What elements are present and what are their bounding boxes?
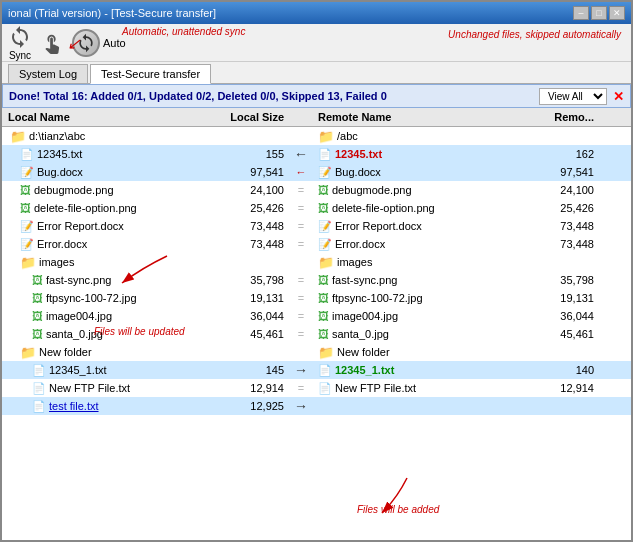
sync-label: Sync (9, 50, 31, 61)
annotation-unchanged: Unchanged files, skipped automatically (448, 29, 621, 40)
remote-size-cell: 19,131 (516, 292, 596, 304)
local-name-cell: 📄12345.txt (6, 148, 206, 161)
remote-size-cell: 73,448 (516, 238, 596, 250)
tab-test-secure[interactable]: Test-Secure transfer (90, 64, 211, 84)
remote-size-cell: 162 (516, 148, 596, 160)
local-size-cell: 97,541 (206, 166, 286, 178)
remote-size-cell: 45,461 (516, 328, 596, 340)
local-name-cell: 📁d:\tianz\abc (6, 129, 206, 144)
table-row: 📄12345.txt155←📄12345.txt162 (2, 145, 631, 163)
table-row: 📝Error Report.docx73,448=📝Error Report.d… (2, 217, 631, 235)
local-name-cell: 📁images (6, 255, 206, 270)
table-row: 📄New FTP File.txt12,914=📄New FTP File.tx… (2, 379, 631, 397)
sync-cell: = (286, 274, 316, 286)
sync-cell: = (286, 202, 316, 214)
table-row: 🖼image004.jpg36,044=🖼image004.jpg36,044 (2, 307, 631, 325)
table-row: 🖼ftpsync-100-72.jpg19,131=🖼ftpsync-100-7… (2, 289, 631, 307)
col-remote-size: Remo... (516, 110, 596, 124)
table-row: 📁New folder📁New folder (2, 343, 631, 361)
remote-name-cell: 📝Error.docx (316, 238, 516, 251)
remote-name-cell: 📄12345.txt (316, 148, 516, 161)
sync-cell: ← (286, 166, 316, 178)
tab-bar: System Log Test-Secure transfer (2, 62, 631, 84)
table-row: 📝Bug.docx97,541←📝Bug.docx97,541 (2, 163, 631, 181)
window-controls: – □ ✕ (573, 6, 625, 20)
col-local-name: Local Name (6, 110, 206, 124)
hand-button[interactable] (40, 31, 64, 55)
local-size-cell: 45,461 (206, 328, 286, 340)
local-name-cell: 📝Error.docx (6, 238, 206, 251)
table-header: Local Name Local Size Remote Name Remo..… (2, 108, 631, 127)
local-size-cell: 12,925 (206, 400, 286, 412)
remote-name-cell: 🖼santa_0.jpg (316, 328, 516, 340)
remote-size-cell: 97,541 (516, 166, 596, 178)
auto-label: Auto (103, 37, 126, 49)
status-close-button[interactable]: ✕ (613, 89, 624, 104)
close-button[interactable]: ✕ (609, 6, 625, 20)
sync-cell: ← (286, 146, 316, 162)
sync-icon (8, 25, 32, 49)
remote-size-cell: 35,798 (516, 274, 596, 286)
local-name-cell: 📁New folder (6, 345, 206, 360)
remote-name-cell: 📁New folder (316, 345, 516, 360)
file-table-area: Files will be updated Files will be adde… (2, 108, 631, 540)
local-size-cell: 145 (206, 364, 286, 376)
table-row: 📄12345_1.txt145→📄12345_1.txt140 (2, 361, 631, 379)
local-size-cell: 36,044 (206, 310, 286, 322)
remote-name-cell: 📄New FTP File.txt (316, 382, 516, 395)
remote-size-cell: 73,448 (516, 220, 596, 232)
local-name-cell: 🖼ftpsync-100-72.jpg (6, 292, 206, 304)
remote-size-cell: 24,100 (516, 184, 596, 196)
hand-icon (40, 31, 64, 55)
local-name-cell: 📝Bug.docx (6, 166, 206, 179)
sync-cell: = (286, 238, 316, 250)
local-size-cell: 73,448 (206, 238, 286, 250)
main-window: ional (Trial version) - [Test-Secure tra… (0, 0, 633, 542)
local-name-cell: 🖼image004.jpg (6, 310, 206, 322)
sync-cell: = (286, 220, 316, 232)
status-text: Done! Total 16: Added 0/1, Updated 0/2, … (9, 90, 387, 102)
sync-cell: = (286, 382, 316, 394)
toolbar: Sync Auto Automatic, unattended sync ↙ (2, 24, 631, 62)
status-bar: Done! Total 16: Added 0/1, Updated 0/2, … (2, 84, 631, 108)
sync-cell: = (286, 310, 316, 322)
sync-cell: → (286, 398, 316, 414)
table-row: 🖼fast-sync.png35,798=🖼fast-sync.png35,79… (2, 271, 631, 289)
remote-size-cell: 36,044 (516, 310, 596, 322)
remote-name-cell: 📁images (316, 255, 516, 270)
local-size-cell: 24,100 (206, 184, 286, 196)
window-title: ional (Trial version) - [Test-Secure tra… (8, 7, 216, 19)
view-all-select[interactable]: View All Added Updated Deleted Skipped F… (539, 88, 607, 105)
remote-size-cell: 12,914 (516, 382, 596, 394)
maximize-button[interactable]: □ (591, 6, 607, 20)
table-row: 🖼santa_0.jpg45,461=🖼santa_0.jpg45,461 (2, 325, 631, 343)
auto-button[interactable]: Auto (72, 29, 126, 57)
table-row: 📄test file.txt12,925→ (2, 397, 631, 415)
local-name-cell: 📄12345_1.txt (6, 364, 206, 377)
local-name-cell: 🖼santa_0.jpg (6, 328, 206, 340)
auto-icon (72, 29, 100, 57)
table-row: 🖼debugmode.png24,100=🖼debugmode.png24,10… (2, 181, 631, 199)
local-name-cell: 🖼debugmode.png (6, 184, 206, 196)
remote-name-cell: 📄12345_1.txt (316, 364, 516, 377)
file-table-scroll[interactable]: Local Name Local Size Remote Name Remo..… (2, 108, 631, 540)
remote-name-cell: 📁/abc (316, 129, 516, 144)
remote-size-cell: 140 (516, 364, 596, 376)
remote-name-cell: 🖼debugmode.png (316, 184, 516, 196)
col-local-size: Local Size (206, 110, 286, 124)
sync-button[interactable]: Sync (8, 25, 32, 61)
tab-system-log[interactable]: System Log (8, 64, 88, 83)
col-remote-name: Remote Name (316, 110, 516, 124)
sync-cell: → (286, 362, 316, 378)
local-size-cell: 19,131 (206, 292, 286, 304)
table-row: 📝Error.docx73,448=📝Error.docx73,448 (2, 235, 631, 253)
local-name-cell: 📄New FTP File.txt (6, 382, 206, 395)
remote-size-cell: 25,426 (516, 202, 596, 214)
minimize-button[interactable]: – (573, 6, 589, 20)
table-row: 📁images📁images (2, 253, 631, 271)
sync-cell: = (286, 328, 316, 340)
sync-cell: = (286, 184, 316, 196)
local-name-cell: 🖼delete-file-option.png (6, 202, 206, 214)
local-name-cell: 📝Error Report.docx (6, 220, 206, 233)
local-name-cell: 📄test file.txt (6, 400, 206, 413)
